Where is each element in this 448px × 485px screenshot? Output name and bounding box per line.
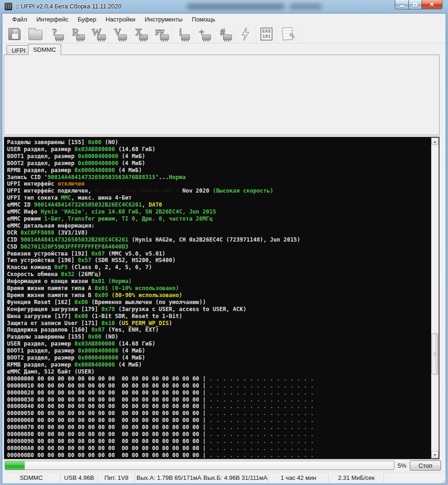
console-line: BOOT1 раздел, размер 0x0000400000 (4 МиБ…	[7, 153, 429, 160]
notepad-button[interactable]	[277, 25, 298, 43]
progress-bar	[5, 461, 394, 470]
console-line: eMMC режим 1-Бит, Transfer режим, TI 0, …	[7, 215, 429, 222]
close-button[interactable]: ✕	[422, 0, 442, 9]
console-line: 00000000 00 00 00 00 00 00 00 00 00 00 0…	[7, 375, 429, 382]
chip-read-button[interactable]: R	[67, 25, 88, 43]
console-output: Разделы завершены [155] 0x00 (NO)USER ра…	[7, 139, 429, 459]
stop-button[interactable]: Стоп	[410, 460, 441, 471]
scroll-up-icon[interactable]: ▲	[431, 138, 439, 145]
console-line: 00000040 00 00 00 00 00 00 00 00 00 00 0…	[7, 403, 429, 410]
console-line: eMMC ID 90014A484147326505032B26EC4C6261…	[7, 201, 429, 208]
console-line: 00000080 00 00 00 00 00 00 00 00 00 00 0…	[7, 431, 429, 438]
chip-hash-icon: #	[220, 27, 225, 38]
menubar: ФайлИнтерфейсБуферНастройкиИнструментыПо…	[2, 14, 446, 25]
titlebar: :: UFPI v2.0.4 Бета Сборка 11.11.2020 ✕	[0, 0, 448, 13]
app-chip-icon	[5, 3, 12, 10]
status-segment: SDMMC	[2, 474, 61, 482]
console-line: Поддержка разделов [160] 0x07 (Yes, ENH,…	[7, 326, 429, 333]
statusbar: SDMMCUSB 4.96ВПит. 1V8Вых.А: 1.79В 65/17…	[2, 472, 446, 483]
console-line: 00000050 00 00 00 00 00 00 00 00 00 00 0…	[7, 410, 429, 417]
chip-write-icon: W	[92, 27, 102, 38]
open-folder-button[interactable]	[25, 25, 46, 43]
console-line: OCR 0xC0FF8080 (3V3/1V8)	[7, 229, 429, 236]
console-line: Время жизни памяти типа A 0x01 (0-10% ис…	[7, 285, 429, 292]
console-line: Классы команд 0xF5 (Class 0, 2, 4, 5, 6,…	[7, 264, 429, 271]
console-line: Конфигурация загрузки [179] 0x78 (Загруз…	[7, 306, 429, 313]
chip-write-button[interactable]: W	[88, 25, 109, 43]
chip-identify-icon: ?	[52, 27, 57, 38]
console-line: eMMC Дамп, 512 байт (USER)	[7, 368, 429, 375]
chip-info-button[interactable]: i	[172, 25, 193, 43]
console-line: Ревизия устройства [192] 0x07 (MMC v5.0,…	[7, 250, 429, 257]
sdmmc-tab-panel	[4, 55, 440, 135]
chip-ff-icon: FF	[155, 28, 164, 37]
console-scrollbar[interactable]: ▲ ▼	[431, 138, 439, 458]
console-line: UFPI интерфейс подключен, ·· ····· ··· ·…	[7, 187, 429, 194]
ea5-101-badge-icon: EA5101	[260, 28, 273, 41]
console-line: eMMC детальная информация:	[7, 222, 429, 229]
status-segment: 1 час 42 мин	[268, 474, 329, 482]
open-folder-icon	[28, 30, 42, 40]
minimize-icon	[400, 6, 404, 7]
console-line: Время жизни памяти типа B 0x09 (80-90% и…	[7, 292, 429, 299]
chip-add-button[interactable]: +	[193, 25, 214, 43]
resize-grip-icon[interactable]	[441, 478, 447, 484]
status-segment: USB 4.96В	[61, 474, 98, 482]
console-line: 000000A0 00 00 00 00 00 00 00 00 00 00 0…	[7, 445, 429, 452]
console-line: RPMB раздел, размер 0x0000400000 (4 МиБ)	[7, 167, 429, 174]
caption-buttons: ✕	[395, 0, 442, 9]
status-segment: 2.31 МиБ/сек	[329, 474, 384, 482]
console-line: Запись CID '90014A48414732650503563A76B8…	[7, 174, 429, 181]
scroll-down-icon[interactable]: ▼	[431, 451, 439, 458]
chip-identify-button[interactable]: ?	[46, 25, 67, 43]
tab-sdmmc[interactable]: SDMMC	[28, 44, 61, 55]
maximize-button[interactable]	[409, 0, 422, 9]
console-line: USER раздел, размер 0x03AB800000 (14.68 …	[7, 146, 429, 153]
menu-item-инструменты[interactable]: Инструменты	[140, 14, 187, 24]
console-line: Скорость обмена 0x32 (26МГц)	[7, 271, 429, 278]
console-line: 00000070 00 00 00 00 00 00 00 00 00 00 0…	[7, 424, 429, 431]
menu-item-настройки[interactable]: Настройки	[101, 14, 140, 24]
minimize-button[interactable]	[395, 0, 409, 9]
tab-ufpi[interactable]: UFPI	[7, 45, 31, 55]
log-console[interactable]: Разделы завершены [155] 0x00 (NO)USER ра…	[4, 137, 440, 459]
maximize-icon	[413, 3, 417, 7]
notepad-icon	[282, 27, 293, 40]
console-line: CID 90014A484147326505032B26EC4C6261 (Hy…	[7, 236, 429, 243]
console-line: BOOT2 раздел, размер 0x0000400000 (4 МиБ…	[7, 354, 429, 361]
chip-verify-button[interactable]: V	[109, 25, 130, 43]
console-line: Разделы завершены [155] 0x00 (NO)	[7, 139, 429, 146]
close-icon: ✕	[429, 1, 434, 7]
chip-add-icon: +	[199, 27, 204, 38]
menu-item-интерфейс[interactable]: Интерфейс	[32, 14, 72, 24]
status-segment: Пит. 1V8	[98, 474, 135, 482]
chip-ff-button[interactable]: FF	[151, 25, 172, 43]
console-line: 000000B0 00 00 00 00 00 00 00 00 00 00 0…	[7, 452, 429, 459]
menu-item-файл[interactable]: Файл	[8, 14, 31, 24]
console-line: Функция Reset [162] 0x00 (Временно выклю…	[7, 299, 429, 306]
chip-hash-button[interactable]: #	[214, 25, 235, 43]
status-segment: Вых.Б: 4.96В 31/111мА	[203, 474, 268, 482]
chip-info-icon: i	[179, 27, 182, 38]
console-line: USER раздел, размер 0x03AB800000 (14.68 …	[7, 340, 429, 347]
console-line: eMMC Инфо Hynix 'HAG2e', size 14.68 ГиБ,…	[7, 208, 429, 215]
menu-item-буфер[interactable]: Буфер	[73, 14, 100, 24]
progress-fill	[5, 461, 25, 470]
scrollbar-thumb[interactable]	[432, 333, 438, 374]
console-line: Информация о конце жизни 0x01 (Норма)	[7, 278, 429, 285]
chip-erase-icon: X	[135, 27, 142, 38]
console-line: CSD D02701320F5903FFFFFFFFEF8A4040D3	[7, 243, 429, 250]
progress-percent: 5%	[398, 462, 406, 469]
console-line: BOOT1 раздел, размер 0x0000400000 (4 МиБ…	[7, 347, 429, 354]
save-floppy-button[interactable]	[4, 25, 25, 43]
console-line: UFPI тип сокета MMC, макс. шина 4-Бит	[7, 194, 429, 201]
console-line: 00000010 00 00 00 00 00 00 00 00 00 00 0…	[7, 382, 429, 389]
window-title: :: UFPI v2.0.4 Бета Сборка 11.11.2020	[16, 3, 121, 10]
chip-read-icon: R	[72, 27, 79, 38]
save-floppy-icon	[8, 28, 21, 40]
chip-erase-button[interactable]: X	[130, 25, 151, 43]
power-bolt-button[interactable]	[235, 25, 256, 43]
toolbar: ?RWVXFFi+#EA5101	[2, 25, 446, 43]
ea5-101-badge-button[interactable]: EA5101	[256, 25, 277, 43]
menu-item-помощь[interactable]: Помощь	[188, 14, 219, 24]
